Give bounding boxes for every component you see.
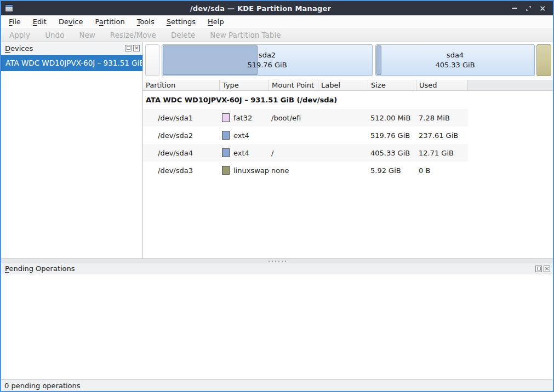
devices-panel-header: Devices	[1, 42, 142, 54]
app-icon	[5, 4, 13, 12]
partition-bar-segment-sda2[interactable]: sda2 519.76 GiB	[162, 44, 373, 76]
minimize-button[interactable]	[508, 2, 520, 14]
filesystem-color-swatch	[222, 131, 230, 140]
device-group-row[interactable]: ATA WDC WD10JPVX-60J – 931.51 GiB (/dev/…	[143, 91, 553, 109]
partition-size: 512.00 MiB	[368, 114, 416, 122]
restore-icon	[526, 5, 532, 11]
partition-bar-segment-sda3[interactable]	[536, 44, 551, 76]
column-header-size[interactable]: Size	[368, 80, 416, 91]
maximize-button[interactable]	[522, 2, 534, 14]
partition-table: Partition Type Mount Point Label Size Us…	[143, 80, 553, 258]
mount-point: /	[269, 149, 318, 157]
horizontal-splitter-handle[interactable]	[1, 259, 553, 263]
partition-table-header: Partition Type Mount Point Label Size Us…	[143, 80, 553, 91]
filesystem-color-swatch	[222, 113, 230, 122]
menu-device[interactable]: Device	[53, 16, 89, 27]
partition-name: /dev/sda3	[143, 166, 220, 175]
menu-settings[interactable]: Settings	[161, 16, 202, 27]
menu-edit[interactable]: Edit	[27, 16, 53, 27]
partition-size: 405.33 GiB	[368, 149, 416, 157]
filesystem-color-swatch	[222, 166, 230, 175]
close-panel-icon[interactable]	[544, 266, 550, 272]
table-row-sda2[interactable]: /dev/sda2 ext4 519.76 GiB 237.61 GiB	[143, 126, 468, 144]
devices-panel: Devices ATA WDC WD10JPVX-60J – 931.51 Gi…	[1, 42, 143, 258]
partition-bar-segment-sda4[interactable]: sda4 405.33 GiB	[375, 44, 535, 76]
table-row-sda3[interactable]: /dev/sda3 linuxswap none 5.92 GiB 0 B	[143, 162, 468, 179]
column-header-partition[interactable]: Partition	[143, 80, 220, 91]
partition-used: 12.71 GiB	[416, 149, 468, 157]
content-panel: sda2 519.76 GiB sda4 405.33 GiB	[143, 42, 553, 258]
resize-move-button[interactable]: Resize/Move	[105, 29, 161, 41]
float-panel-icon[interactable]	[125, 45, 132, 51]
apply-button[interactable]: Apply	[4, 29, 35, 41]
partition-size: 5.92 GiB	[368, 166, 416, 175]
pending-operations-title: Pending Operations	[5, 264, 75, 273]
filesystem-type: ext4	[233, 149, 249, 157]
column-header-label[interactable]: Label	[318, 80, 368, 91]
column-header-used[interactable]: Used	[416, 80, 468, 91]
menu-file[interactable]: File	[3, 16, 27, 27]
menubar: File Edit Device Partition Tools Setting…	[1, 15, 553, 28]
menu-tools[interactable]: Tools	[131, 16, 161, 27]
minimize-icon	[512, 8, 517, 9]
partition-name: /dev/sda4	[143, 149, 220, 157]
mount-point: none	[269, 166, 318, 175]
close-panel-icon[interactable]	[133, 45, 140, 51]
new-button[interactable]: New	[74, 29, 100, 41]
used-space-fill	[163, 45, 258, 75]
partition-bar-segment-sda1[interactable]	[145, 44, 159, 76]
device-list-item-sda[interactable]: ATA WDC WD10JPVX-60J – 931.51 GiB ...	[1, 55, 142, 71]
segment-name: sda2	[259, 50, 276, 60]
filesystem-color-swatch	[222, 148, 230, 157]
column-header-filler	[468, 80, 553, 91]
titlebar: /dev/sda — KDE Partition Manager ×	[1, 1, 553, 15]
partition-used: 237.61 GiB	[416, 131, 468, 140]
new-partition-table-button[interactable]: New Partition Table	[205, 29, 285, 41]
menu-help[interactable]: Help	[202, 16, 230, 27]
close-button[interactable]: ×	[536, 2, 549, 14]
pending-operations-header: Pending Operations	[1, 263, 553, 274]
undo-button[interactable]: Undo	[40, 29, 69, 41]
partition-name: /dev/sda1	[143, 114, 220, 122]
partition-used: 0 B	[416, 166, 468, 175]
column-header-mount-point[interactable]: Mount Point	[269, 80, 318, 91]
filesystem-type: fat32	[233, 114, 252, 122]
filesystem-type: ext4	[233, 131, 249, 140]
window-title: /dev/sda — KDE Partition Manager	[13, 4, 508, 13]
device-list: ATA WDC WD10JPVX-60J – 931.51 GiB ...	[1, 54, 142, 258]
partition-used: 7.28 MiB	[416, 114, 468, 122]
partition-bar: sda2 519.76 GiB sda4 405.33 GiB	[145, 44, 552, 76]
mount-point: /boot/efi	[269, 114, 318, 122]
statusbar: 0 pending operations	[1, 379, 553, 391]
partition-size: 519.76 GiB	[368, 131, 416, 140]
table-row-sda1[interactable]: /dev/sda1 fat32 /boot/efi 512.00 MiB 7.2…	[143, 109, 468, 126]
float-panel-icon[interactable]	[535, 266, 542, 272]
column-header-type[interactable]: Type	[220, 80, 269, 91]
delete-button[interactable]: Delete	[166, 29, 200, 41]
table-row-sda4[interactable]: /dev/sda4 ext4 / 405.33 GiB 12.71 GiB	[143, 144, 468, 162]
app-window: /dev/sda — KDE Partition Manager × File …	[0, 0, 554, 392]
toolbar: Apply Undo New Resize/Move Delete New Pa…	[1, 28, 553, 42]
segment-name: sda4	[447, 50, 464, 60]
used-space-fill	[376, 45, 381, 75]
filesystem-type: linuxswap	[233, 166, 269, 175]
main-area: Devices ATA WDC WD10JPVX-60J – 931.51 Gi…	[1, 42, 553, 259]
segment-size: 405.33 GiB	[435, 60, 475, 70]
menu-partition[interactable]: Partition	[89, 16, 130, 27]
window-controls: ×	[508, 2, 549, 14]
pending-operations-list	[1, 274, 553, 379]
partition-name: /dev/sda2	[143, 131, 220, 140]
devices-panel-title: Devices	[5, 44, 33, 53]
pending-operations-count: 0 pending operations	[4, 382, 81, 390]
